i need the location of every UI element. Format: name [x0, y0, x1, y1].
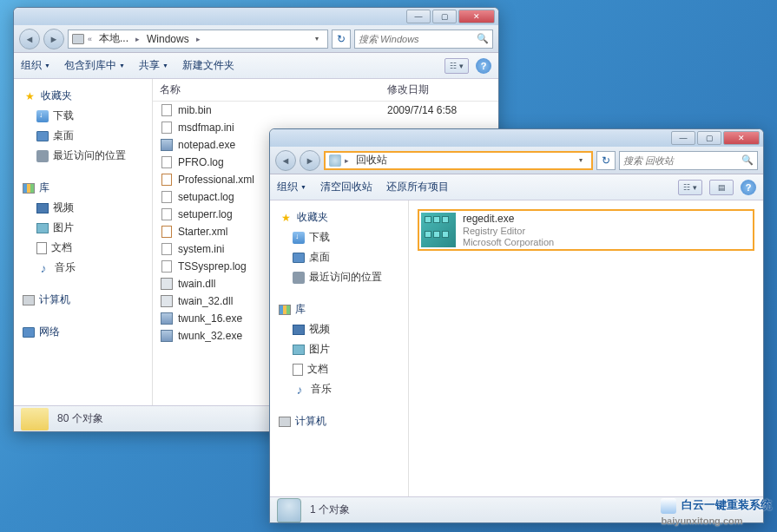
titlebar: — ▢ ✕ — [270, 129, 763, 147]
sidebar-downloads[interactable]: 下载 — [14, 106, 152, 126]
sidebar-network[interactable]: 网络 — [14, 322, 152, 342]
help-button[interactable]: ? — [476, 58, 491, 74]
column-date[interactable]: 修改日期 — [387, 82, 491, 97]
sidebar-computer[interactable]: 计算机 — [270, 411, 408, 431]
navigation-bar: ◄ ► ▸ 回收站 ▾ ↻ 🔍 — [270, 147, 763, 174]
sidebar-desktop[interactable]: 桌面 — [14, 126, 152, 146]
music-icon: ♪ — [293, 383, 306, 397]
sidebar-downloads[interactable]: 下载 — [270, 227, 408, 247]
file-area: regedit.exe Registry Editor Microsoft Co… — [409, 200, 763, 496]
sidebar-pictures[interactable]: 图片 — [14, 218, 152, 238]
sidebar-videos[interactable]: 视频 — [14, 198, 152, 218]
navigation-bar: ◄ ► « 本地... ▸ Windows ▸ ▾ ↻ 🔍 — [14, 25, 498, 53]
view-options-button[interactable]: ☷ ▾ — [444, 58, 469, 74]
breadcrumb-disk[interactable]: 本地... — [95, 30, 132, 47]
column-headers: 名称 修改日期 — [153, 79, 498, 102]
minimize-button[interactable]: — — [406, 10, 431, 23]
file-type-icon — [160, 138, 174, 152]
forward-button[interactable]: ► — [300, 150, 320, 171]
include-library-menu[interactable]: 包含到库中▼ — [64, 58, 125, 73]
column-name[interactable]: 名称 — [160, 82, 387, 97]
address-bar[interactable]: « 本地... ▸ Windows ▸ ▾ — [68, 30, 328, 49]
address-bar[interactable]: ▸ 回收站 ▾ — [324, 151, 593, 170]
sidebar-pictures[interactable]: 图片 — [270, 339, 408, 359]
refresh-button[interactable]: ↻ — [596, 151, 616, 170]
sidebar-documents[interactable]: 文档 — [270, 359, 408, 379]
library-icon — [23, 183, 35, 194]
organize-menu[interactable]: 组织▼ — [277, 180, 306, 194]
window-controls: — ▢ ✕ — [671, 131, 760, 145]
sidebar-recent[interactable]: 最近访问的位置 — [14, 146, 152, 166]
document-icon — [36, 242, 47, 254]
file-vendor: Microsoft Corporation — [463, 237, 554, 247]
titlebar: — ▢ ✕ — [14, 8, 498, 25]
empty-recycle-bin-button[interactable]: 清空回收站 — [320, 180, 372, 194]
sidebar-desktop[interactable]: 桌面 — [270, 247, 408, 267]
file-type-icon — [160, 294, 174, 308]
music-icon: ♪ — [36, 261, 50, 275]
chevron-icon: ▸ — [345, 156, 349, 165]
file-type-icon — [160, 225, 174, 239]
picture-icon — [36, 223, 49, 233]
close-button[interactable]: ✕ — [458, 10, 495, 23]
breadcrumb-folder[interactable]: Windows — [143, 32, 193, 46]
file-type-icon — [160, 277, 174, 291]
restore-all-button[interactable]: 还原所有项目 — [386, 180, 449, 194]
download-icon — [293, 232, 305, 244]
status-text: 80 个对象 — [57, 411, 103, 426]
file-type-icon — [160, 173, 174, 187]
file-row[interactable]: mib.bin2009/7/14 6:58 — [153, 102, 498, 119]
maximize-button[interactable]: ▢ — [432, 10, 457, 23]
refresh-button[interactable]: ↻ — [332, 30, 351, 49]
help-button[interactable]: ? — [741, 180, 756, 195]
search-input[interactable] — [623, 155, 741, 166]
picture-icon — [293, 345, 305, 355]
sidebar-recent[interactable]: 最近访问的位置 — [270, 267, 408, 287]
sidebar-documents[interactable]: 文档 — [14, 238, 152, 258]
file-type-icon — [160, 155, 174, 169]
breadcrumb-location[interactable]: 回收站 — [352, 152, 391, 168]
network-icon — [23, 327, 35, 338]
file-type-icon — [160, 207, 174, 221]
sidebar-libraries[interactable]: 库 — [270, 299, 408, 319]
recent-icon — [36, 150, 49, 162]
maximize-button[interactable]: ▢ — [697, 131, 721, 145]
organize-menu[interactable]: 组织▼ — [21, 58, 50, 73]
watermark-icon — [661, 498, 676, 514]
search-input[interactable] — [359, 34, 477, 44]
file-type-icon — [160, 103, 174, 117]
chevron-icon: ▸ — [135, 35, 140, 43]
minimize-button[interactable]: — — [671, 131, 695, 145]
file-type-icon — [160, 329, 174, 343]
preview-pane-button[interactable]: ▤ — [709, 180, 734, 195]
share-menu[interactable]: 共享▼ — [139, 58, 168, 73]
new-folder-button[interactable]: 新建文件夹 — [182, 58, 234, 73]
content-area: ★收藏夹 下载 桌面 最近访问的位置 库 视频 图片 文档 ♪音乐 计算机 — [270, 200, 763, 496]
desktop-icon — [293, 253, 305, 263]
forward-button[interactable]: ► — [43, 29, 64, 49]
file-type-icon — [160, 121, 174, 135]
file-type-icon — [160, 190, 174, 204]
file-item-regedit[interactable]: regedit.exe Registry Editor Microsoft Co… — [418, 209, 754, 251]
file-meta: regedit.exe Registry Editor Microsoft Co… — [463, 213, 554, 247]
address-dropdown[interactable]: ▾ — [574, 156, 588, 164]
document-icon — [293, 364, 303, 376]
sidebar-music[interactable]: ♪音乐 — [14, 258, 152, 278]
sidebar-favorites[interactable]: ★收藏夹 — [270, 207, 408, 227]
search-box[interactable]: 🔍 — [354, 30, 493, 49]
sidebar-computer[interactable]: 计算机 — [14, 290, 152, 310]
view-options-button[interactable]: ☷ ▾ — [678, 180, 702, 195]
recycle-bin-icon — [277, 498, 301, 522]
back-button[interactable]: ◄ — [275, 150, 296, 171]
search-box[interactable]: 🔍 — [619, 151, 758, 170]
back-button[interactable]: ◄ — [19, 29, 40, 49]
sidebar-favorites[interactable]: ★收藏夹 — [14, 86, 152, 106]
window-controls: — ▢ ✕ — [406, 10, 495, 23]
close-button[interactable]: ✕ — [723, 131, 760, 145]
recent-icon — [293, 272, 305, 284]
sidebar-music[interactable]: ♪音乐 — [270, 379, 408, 399]
sidebar-videos[interactable]: 视频 — [270, 319, 408, 339]
sidebar-libraries[interactable]: 库 — [14, 178, 152, 198]
address-dropdown[interactable]: ▾ — [310, 35, 324, 43]
file-type-icon — [160, 312, 174, 325]
